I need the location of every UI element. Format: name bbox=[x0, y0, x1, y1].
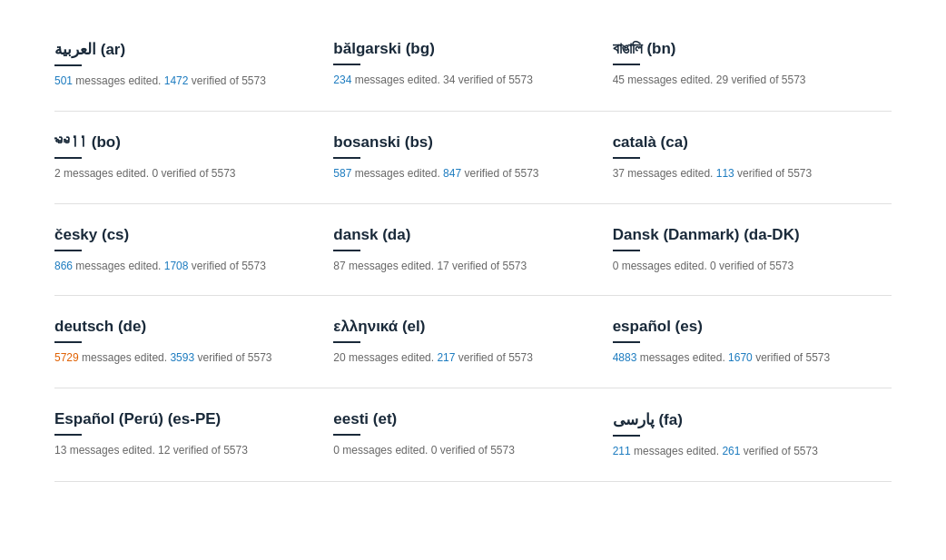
edited-count: 37 bbox=[613, 167, 625, 180]
language-divider bbox=[613, 64, 640, 65]
verified-count: 29 bbox=[716, 74, 728, 86]
language-divider bbox=[333, 64, 360, 65]
language-divider bbox=[54, 341, 82, 343]
edited-count: 866 bbox=[54, 260, 73, 272]
language-divider bbox=[54, 64, 82, 66]
verified-count: 12 bbox=[158, 444, 170, 457]
edited-count: 587 bbox=[333, 167, 351, 180]
language-item-cs[interactable]: česky (cs) 866 messages edited. 1708 ver… bbox=[54, 204, 333, 297]
language-item-el[interactable]: ελληνικά (el) 20 messages edited. 217 ve… bbox=[333, 296, 612, 388]
language-item-fa[interactable]: پارسی (fa) 211 messages edited. 261 veri… bbox=[613, 388, 892, 482]
language-divider bbox=[54, 434, 82, 436]
language-divider bbox=[54, 157, 82, 159]
language-stats: 501 messages edited. 1472 verified of 55… bbox=[54, 74, 315, 89]
language-divider bbox=[613, 435, 640, 437]
language-divider bbox=[333, 341, 360, 343]
verified-count: 1670 bbox=[728, 351, 753, 364]
verified-count: 1472 bbox=[164, 74, 189, 87]
language-title: česky (cs) bbox=[54, 226, 315, 244]
edited-count: 45 bbox=[613, 74, 625, 86]
edited-count: 5729 bbox=[54, 351, 79, 364]
edited-count: 4883 bbox=[613, 351, 637, 364]
language-stats: 37 messages edited. 113 verified of 5573 bbox=[613, 166, 873, 182]
verified-count: 0 bbox=[152, 167, 158, 180]
verified-count: 3593 bbox=[170, 351, 194, 364]
language-stats: 87 messages edited. 17 verified of 5573 bbox=[333, 259, 594, 274]
language-item-bn[interactable]: বাঙালি (bn) 45 messages edited. 29 verif… bbox=[613, 18, 892, 112]
language-title: বাঙালি (bn) bbox=[613, 40, 873, 58]
language-stats: 234 messages edited. 34 verified of 5573 bbox=[333, 73, 594, 88]
language-title: Español (Perú) (es-PE) bbox=[54, 410, 315, 428]
edited-count: 0 bbox=[333, 444, 340, 457]
language-stats: 211 messages edited. 261 verified of 557… bbox=[613, 444, 873, 459]
verified-count: 0 bbox=[710, 260, 716, 272]
verified-count: 1708 bbox=[164, 260, 189, 272]
language-stats: 866 messages edited. 1708 verified of 55… bbox=[54, 259, 315, 274]
edited-count: 2 bbox=[54, 167, 61, 180]
language-stats: 13 messages edited. 12 verified of 5573 bbox=[54, 443, 315, 458]
verified-count: 847 bbox=[443, 167, 461, 180]
verified-count: 0 bbox=[431, 444, 438, 457]
language-stats: 2 messages edited. 0 verified of 5573 bbox=[54, 166, 315, 182]
edited-count: 501 bbox=[54, 74, 73, 87]
language-divider bbox=[613, 341, 640, 343]
verified-count: 17 bbox=[437, 260, 448, 272]
edited-count: 20 bbox=[333, 351, 345, 364]
language-divider bbox=[333, 434, 360, 436]
language-stats: 4883 messages edited. 1670 verified of 5… bbox=[613, 350, 873, 366]
language-title: eesti (et) bbox=[333, 410, 594, 428]
language-divider bbox=[333, 250, 360, 251]
language-item-es[interactable]: español (es) 4883 messages edited. 1670 … bbox=[613, 296, 892, 388]
language-title: deutsch (de) bbox=[54, 318, 315, 336]
language-stats: 0 messages edited. 0 verified of 5573 bbox=[613, 259, 873, 274]
language-title: پارسی (fa) bbox=[613, 410, 873, 429]
language-item-bg[interactable]: bălgarski (bg) 234 messages edited. 34 v… bbox=[333, 18, 612, 112]
language-item-bs[interactable]: bosanski (bs) 587 messages edited. 847 v… bbox=[333, 112, 612, 204]
verified-count: 261 bbox=[722, 445, 740, 457]
language-divider bbox=[54, 250, 82, 251]
edited-count: 87 bbox=[333, 260, 345, 272]
language-item-da[interactable]: dansk (da) 87 messages edited. 17 verifi… bbox=[333, 204, 612, 297]
language-item-et[interactable]: eesti (et) 0 messages edited. 0 verified… bbox=[333, 388, 612, 482]
edited-count: 211 bbox=[613, 445, 631, 457]
language-item-ca[interactable]: català (ca) 37 messages edited. 113 veri… bbox=[613, 112, 892, 204]
language-item-de[interactable]: deutsch (de) 5729 messages edited. 3593 … bbox=[54, 296, 333, 388]
language-divider bbox=[333, 157, 360, 159]
language-item-da-DK[interactable]: Dansk (Danmark) (da-DK) 0 messages edite… bbox=[613, 204, 892, 297]
language-stats: 587 messages edited. 847 verified of 557… bbox=[333, 166, 594, 182]
edited-count: 13 bbox=[54, 444, 66, 457]
language-stats: 45 messages edited. 29 verified of 5573 bbox=[613, 73, 873, 88]
language-title: dansk (da) bbox=[333, 226, 594, 244]
language-stats: 0 messages edited. 0 verified of 5573 bbox=[333, 443, 594, 458]
language-title: العربية (ar) bbox=[54, 40, 315, 59]
language-divider bbox=[613, 250, 640, 251]
verified-count: 217 bbox=[437, 351, 455, 364]
language-title: español (es) bbox=[613, 318, 873, 336]
edited-count: 0 bbox=[613, 260, 619, 272]
language-item-bo[interactable]: ༄༅།། (bo) 2 messages edited. 0 verified … bbox=[54, 112, 333, 204]
language-item-es-PE[interactable]: Español (Perú) (es-PE) 13 messages edite… bbox=[54, 388, 333, 482]
language-title: Dansk (Danmark) (da-DK) bbox=[613, 226, 873, 244]
language-title: bălgarski (bg) bbox=[333, 40, 594, 58]
language-title: bosanski (bs) bbox=[333, 133, 594, 152]
language-title: ελληνικά (el) bbox=[333, 318, 594, 336]
language-item-ar[interactable]: العربية (ar) 501 messages edited. 1472 v… bbox=[54, 18, 333, 112]
language-title: català (ca) bbox=[613, 133, 873, 152]
verified-count: 113 bbox=[716, 167, 734, 180]
language-stats: 20 messages edited. 217 verified of 5573 bbox=[333, 350, 594, 366]
language-stats: 5729 messages edited. 3593 verified of 5… bbox=[54, 350, 315, 366]
language-divider bbox=[613, 157, 640, 159]
verified-count: 34 bbox=[443, 74, 455, 86]
edited-count: 234 bbox=[333, 74, 351, 86]
language-title: ༄༅།། (bo) bbox=[54, 133, 315, 152]
